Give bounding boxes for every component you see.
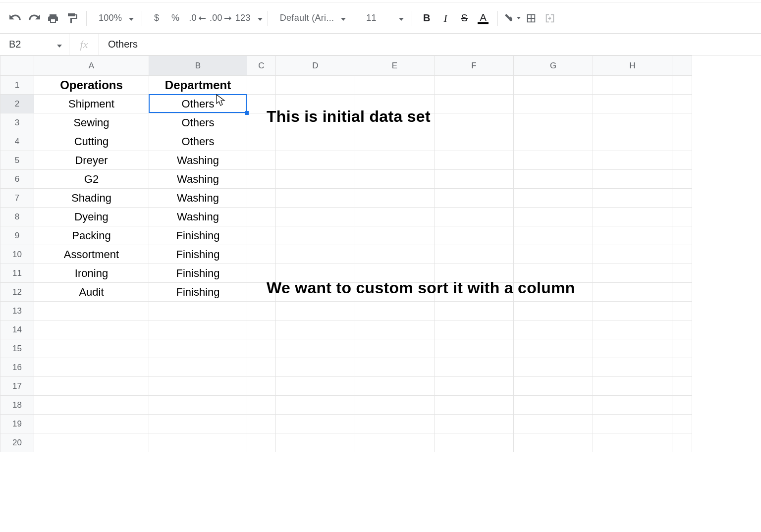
cell-B19[interactable] bbox=[149, 415, 247, 433]
row-header-8[interactable]: 8 bbox=[0, 208, 34, 226]
cell-A19[interactable] bbox=[34, 415, 149, 433]
number-format-dropdown[interactable]: 123 bbox=[231, 9, 263, 28]
cell-H7[interactable] bbox=[593, 189, 672, 208]
cell-A20[interactable] bbox=[34, 433, 149, 452]
cell-D13[interactable] bbox=[276, 302, 355, 320]
row-header-9[interactable]: 9 bbox=[0, 226, 34, 245]
cell-D7[interactable] bbox=[276, 189, 355, 208]
cell-G13[interactable] bbox=[514, 302, 593, 320]
cell-overflow-11[interactable] bbox=[672, 264, 692, 283]
cell-D1[interactable] bbox=[276, 76, 355, 95]
cell-overflow-12[interactable] bbox=[672, 283, 692, 302]
cell-F7[interactable] bbox=[435, 189, 514, 208]
cell-D17[interactable] bbox=[276, 377, 355, 396]
cell-A17[interactable] bbox=[34, 377, 149, 396]
column-header-C[interactable]: C bbox=[247, 56, 276, 76]
cell-C17[interactable] bbox=[247, 377, 276, 396]
cell-F6[interactable] bbox=[435, 170, 514, 189]
column-header-H[interactable]: H bbox=[593, 56, 672, 76]
row-header-14[interactable]: 14 bbox=[0, 320, 34, 339]
cell-overflow-2[interactable] bbox=[672, 95, 692, 113]
cell-overflow-3[interactable] bbox=[672, 113, 692, 132]
column-header-E[interactable]: E bbox=[355, 56, 435, 76]
cell-E18[interactable] bbox=[355, 396, 435, 415]
cell-overflow-8[interactable] bbox=[672, 208, 692, 226]
fill-color-button[interactable] bbox=[503, 9, 522, 28]
cell-overflow-9[interactable] bbox=[672, 226, 692, 245]
cell-G8[interactable] bbox=[514, 208, 593, 226]
cell-G5[interactable] bbox=[514, 151, 593, 170]
cell-H17[interactable] bbox=[593, 377, 672, 396]
bold-button[interactable]: B bbox=[417, 9, 436, 28]
cell-overflow-4[interactable] bbox=[672, 132, 692, 151]
cell-H18[interactable] bbox=[593, 396, 672, 415]
percent-button[interactable]: % bbox=[166, 9, 185, 28]
cell-E5[interactable] bbox=[355, 151, 435, 170]
cell-B2[interactable]: Others bbox=[149, 95, 247, 113]
merge-cells-button[interactable] bbox=[541, 9, 559, 28]
cell-C5[interactable] bbox=[247, 151, 276, 170]
cell-H11[interactable] bbox=[593, 264, 672, 283]
cell-D19[interactable] bbox=[276, 415, 355, 433]
cell-F16[interactable] bbox=[435, 358, 514, 377]
cell-D15[interactable] bbox=[276, 339, 355, 358]
cell-D8[interactable] bbox=[276, 208, 355, 226]
row-header-6[interactable]: 6 bbox=[0, 170, 34, 189]
column-header-F[interactable]: F bbox=[435, 56, 514, 76]
cell-C19[interactable] bbox=[247, 415, 276, 433]
paint-format-button[interactable] bbox=[62, 9, 81, 28]
cell-B7[interactable]: Washing bbox=[149, 189, 247, 208]
cell-H19[interactable] bbox=[593, 415, 672, 433]
currency-button[interactable]: $ bbox=[147, 9, 166, 28]
cell-G19[interactable] bbox=[514, 415, 593, 433]
cell-A2[interactable]: Shipment bbox=[34, 95, 149, 113]
row-header-3[interactable]: 3 bbox=[0, 113, 34, 132]
cell-B18[interactable] bbox=[149, 396, 247, 415]
cell-A1[interactable]: Operations bbox=[34, 76, 149, 95]
cell-overflow-14[interactable] bbox=[672, 320, 692, 339]
cell-E8[interactable] bbox=[355, 208, 435, 226]
cell-H13[interactable] bbox=[593, 302, 672, 320]
cell-overflow-17[interactable] bbox=[672, 377, 692, 396]
cell-F10[interactable] bbox=[435, 245, 514, 264]
cell-C9[interactable] bbox=[247, 226, 276, 245]
cell-overflow-1[interactable] bbox=[672, 76, 692, 95]
cell-A15[interactable] bbox=[34, 339, 149, 358]
cell-A10[interactable]: Assortment bbox=[34, 245, 149, 264]
name-box[interactable]: B2 bbox=[0, 34, 69, 55]
cell-B17[interactable] bbox=[149, 377, 247, 396]
cell-H2[interactable] bbox=[593, 95, 672, 113]
cell-G1[interactable] bbox=[514, 76, 593, 95]
cell-E20[interactable] bbox=[355, 433, 435, 452]
cell-E16[interactable] bbox=[355, 358, 435, 377]
cell-F1[interactable] bbox=[435, 76, 514, 95]
column-header-D[interactable]: D bbox=[276, 56, 355, 76]
row-header-11[interactable]: 11 bbox=[0, 264, 34, 283]
cell-G14[interactable] bbox=[514, 320, 593, 339]
cell-E6[interactable] bbox=[355, 170, 435, 189]
cell-H14[interactable] bbox=[593, 320, 672, 339]
row-header-12[interactable]: 12 bbox=[0, 283, 34, 302]
row-header-20[interactable]: 20 bbox=[0, 433, 34, 452]
cell-A11[interactable]: Ironing bbox=[34, 264, 149, 283]
cell-E9[interactable] bbox=[355, 226, 435, 245]
cell-G9[interactable] bbox=[514, 226, 593, 245]
cell-overflow-7[interactable] bbox=[672, 189, 692, 208]
cell-B3[interactable]: Others bbox=[149, 113, 247, 132]
cell-A4[interactable]: Cutting bbox=[34, 132, 149, 151]
cell-A3[interactable]: Sewing bbox=[34, 113, 149, 132]
cell-F9[interactable] bbox=[435, 226, 514, 245]
cell-H15[interactable] bbox=[593, 339, 672, 358]
cell-G10[interactable] bbox=[514, 245, 593, 264]
cell-C14[interactable] bbox=[247, 320, 276, 339]
cell-C15[interactable] bbox=[247, 339, 276, 358]
cell-G6[interactable] bbox=[514, 170, 593, 189]
cell-F19[interactable] bbox=[435, 415, 514, 433]
cell-F20[interactable] bbox=[435, 433, 514, 452]
cell-B6[interactable]: Washing bbox=[149, 170, 247, 189]
cell-F2[interactable] bbox=[435, 95, 514, 113]
cell-overflow-16[interactable] bbox=[672, 358, 692, 377]
borders-button[interactable] bbox=[522, 9, 541, 28]
cell-A13[interactable] bbox=[34, 302, 149, 320]
cell-H1[interactable] bbox=[593, 76, 672, 95]
